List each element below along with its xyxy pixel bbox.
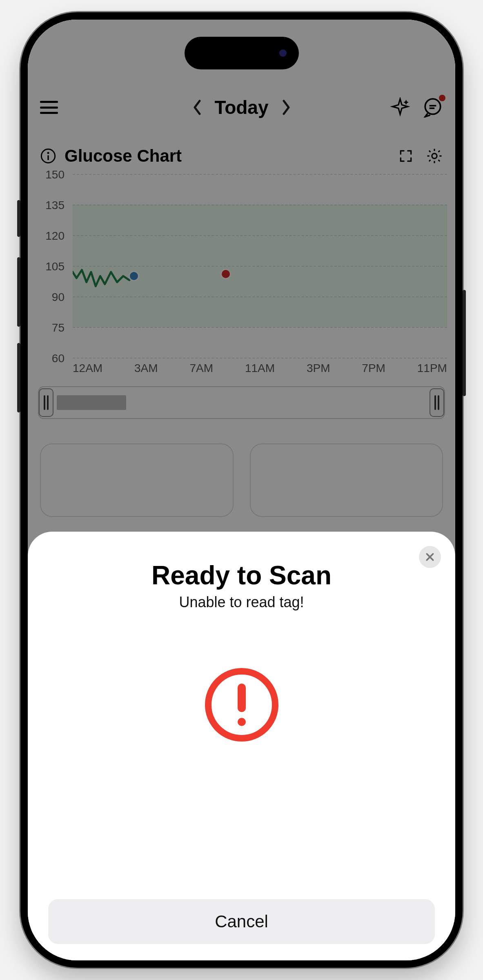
cancel-button[interactable]: Cancel <box>48 899 435 944</box>
close-icon[interactable] <box>419 546 441 568</box>
sheet-subtitle: Unable to read tag! <box>179 594 304 611</box>
phone-frame: Today <box>20 12 463 968</box>
nfc-scan-sheet: Ready to Scan Unable to read tag! Cancel <box>28 532 455 960</box>
power-button <box>463 290 466 396</box>
sheet-title: Ready to Scan <box>151 560 332 590</box>
volume-up-button <box>17 257 20 327</box>
side-button <box>17 200 20 237</box>
screen: Today <box>28 20 455 960</box>
dynamic-island <box>185 37 299 69</box>
alert-icon <box>205 668 278 742</box>
volume-down-button <box>17 343 20 412</box>
